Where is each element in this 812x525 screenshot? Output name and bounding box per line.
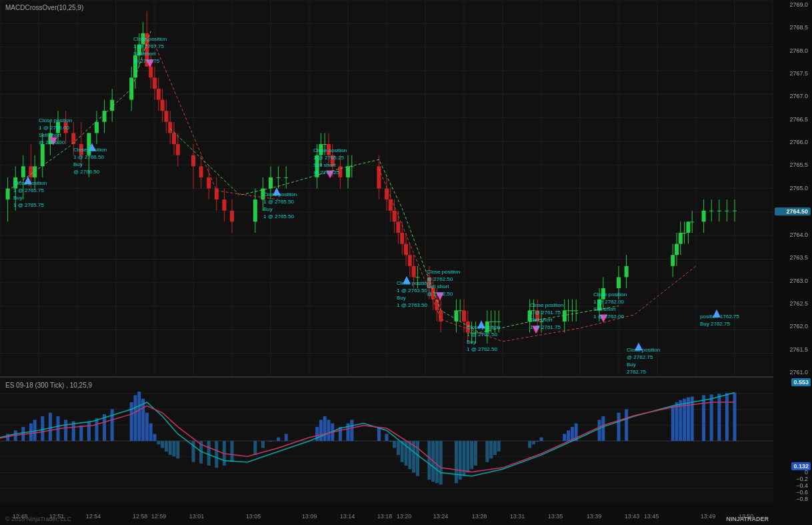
chart-container: MACDCrossOver(10,25,9) ES 09-18 (300 Tic… [0,0,812,525]
macd-axis: 0.686 0.553 0.132 0.4 0 −0.2 −0.4 −0.6 −… [773,377,812,504]
macd-value-green: 0.553 [791,378,811,386]
macd-label: ES 09-18 (300 Tick) , 10,25,9 [5,382,92,389]
macd-chart: ES 09-18 (300 Tick) , 10,25,9 [0,377,773,504]
main-chart: MACDCrossOver(10,25,9) [0,0,773,377]
chart-title: MACDCrossOver(10,25,9) [5,4,83,11]
ninjatrader-logo: NINJATRADER [726,516,769,522]
price-axis: 2769.0 2768.5 2768.0 2767.5 2767.0 2766.… [773,0,812,377]
macd-value-blue: 0.132 [791,462,811,470]
time-axis: 12:48 12:51 12:54 12:58 12:59 13:01 13:0… [0,504,773,525]
current-price: 2764.50 [775,207,811,215]
copyright: © 2018 NinjaTrader, LLC [5,516,71,522]
